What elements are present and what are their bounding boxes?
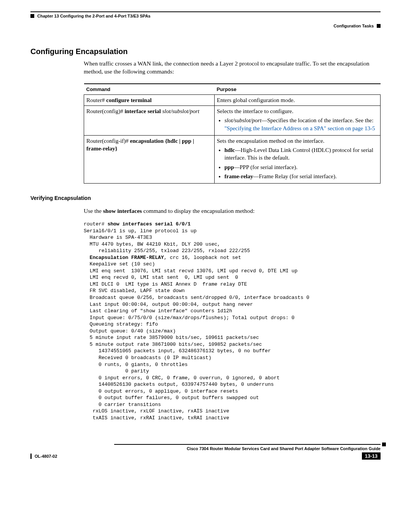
- purpose-cell: Sets the encapsulation method on the int…: [214, 135, 380, 183]
- footer-rule: [114, 444, 381, 445]
- cli-prompt: router#: [84, 221, 107, 227]
- cli-line: 14408526130 packets output, 633974757440…: [84, 382, 274, 387]
- cli-line: LMI enq sent 13076, LMI stat recvd 13076…: [84, 268, 298, 274]
- cmd-bold: configure terminal: [106, 97, 151, 103]
- cli-line: LMI DLCI 0 LMI type is ANSI Annex D fram…: [84, 281, 247, 287]
- table-row: Router(config)# interface serial slot/su…: [84, 106, 381, 136]
- page: Chapter 13 Configuring the 2-Port and 4-…: [0, 0, 411, 471]
- cli-line: 0 runts, 0 giants, 0 throttles: [84, 362, 188, 367]
- cli-encap-bold: Encapsulation FRAME-RELAY: [84, 255, 164, 260]
- cli-line: 5 minute output rate 38671000 bits/sec, …: [84, 342, 262, 347]
- purpose-cell: Selects the interface to configure. slot…: [214, 106, 380, 136]
- cli-line: Last clearing of "show interface" counte…: [84, 308, 232, 314]
- bullet-italic: slot/subslot/port: [225, 117, 262, 123]
- header-left: Chapter 13 Configuring the 2-Port and 4-…: [30, 14, 381, 18]
- cli-line: MTU 4470 bytes, BW 44210 Kbit, DLY 200 u…: [84, 241, 220, 247]
- list-item: frame-relay—Frame Relay (for serial inte…: [225, 173, 378, 180]
- list-item: slot/subslot/port—Specifies the location…: [225, 117, 378, 132]
- book-title: Cisco 7304 Router Modular Services Card …: [30, 446, 381, 451]
- section-heading: Configuring Encapsulation: [30, 47, 381, 56]
- th-purpose: Purpose: [214, 84, 380, 95]
- page-number: 13-13: [362, 452, 381, 460]
- footer-left: OL-4807-02: [30, 454, 57, 459]
- bullet-text: —PPP (for serial interface).: [234, 164, 298, 170]
- verify-bold: show interfaces: [103, 208, 142, 214]
- footer: Cisco 7304 Router Modular Services Card …: [30, 444, 381, 460]
- cmd-italic: slot/subslot/port: [161, 108, 199, 114]
- cmd-prefix: Router(config-if)#: [86, 138, 130, 144]
- footer-row: OL-4807-02 13-13: [30, 452, 381, 460]
- header-right: Configuration Tasks: [30, 24, 381, 28]
- bullet-text: —Specifies the location of the interface…: [261, 117, 373, 123]
- bullet-list: hdlc—High-Level Data Link Control (HDLC)…: [217, 146, 378, 180]
- cli-line: LMI enq recvd 0, LMI stat sent 0, LMI up…: [84, 275, 238, 280]
- bullet-bold: hdlc: [225, 147, 235, 153]
- list-item: hdlc—High-Level Data Link Control (HDLC)…: [225, 146, 378, 162]
- section-right-label: Configuration Tasks: [333, 24, 374, 28]
- table-row: Router(config-if)# encapsulation {hdlc |…: [84, 135, 381, 183]
- cli-line: 0 output errors, 0 applique, 0 interface…: [84, 388, 238, 394]
- chapter-label: Chapter 13 Configuring the 2-Port and 4-…: [37, 14, 150, 18]
- purpose-cell: Enters global configuration mode.: [214, 94, 380, 105]
- cmd-cell: Router(config-if)# encapsulation {hdlc |…: [84, 135, 215, 183]
- cmd-bold: encapsulation: [130, 138, 164, 144]
- intro-paragraph: When traffic crosses a WAN link, the con…: [84, 60, 381, 76]
- bullet-bold: frame-relay: [225, 173, 253, 179]
- cli-line: Input queue: 0/75/0/0 (size/max/drops/fl…: [84, 315, 295, 321]
- subheading: Verifying Encapsulation: [30, 195, 381, 201]
- header-row: Chapter 13 Configuring the 2-Port and 4-…: [30, 14, 381, 18]
- command-table: Command Purpose Router# configure termin…: [84, 83, 381, 184]
- cli-line: Broadcast queue 0/256, broadcasts sent/d…: [84, 295, 309, 300]
- cli-line: 0 parity: [84, 368, 149, 374]
- cli-line: rxLOS inactive, rxLOF inactive, rxAIS in…: [84, 408, 229, 414]
- cli-line: txAIS inactive, rxRAI inactive, txRAI in…: [84, 415, 229, 421]
- bullet-text: —Frame Relay (for serial interface).: [253, 173, 336, 179]
- cli-line: Last input 00:00:04, output 00:00:04, ou…: [84, 302, 253, 307]
- cli-output: router# show interfaces serial 6/0/1 Ser…: [84, 221, 381, 421]
- cmd-bold: interface serial: [124, 108, 161, 114]
- doc-id: OL-4807-02: [35, 454, 57, 459]
- verify-post: command to display the encapsulation met…: [142, 208, 255, 214]
- cli-encap-rest: , crc 16, loopback not set: [164, 255, 241, 260]
- list-item: ppp—PPP (for serial interface).: [225, 163, 378, 171]
- bullet-bold: ppp: [225, 164, 234, 170]
- header-rule: [30, 11, 381, 12]
- cmd-prefix: Router(config)#: [86, 108, 124, 114]
- footer-bar-icon: [30, 454, 32, 459]
- bullet-text: —High-Level Data Link Control (HDLC) pro…: [225, 147, 373, 161]
- cli-line: 0 input errors, 0 CRC, 0 frame, 0 overru…: [84, 375, 280, 381]
- verify-paragraph: Use the show interfaces command to displ…: [84, 207, 381, 215]
- table-header-row: Command Purpose: [84, 84, 381, 95]
- cli-line: 0 carrier transitions: [84, 402, 161, 407]
- cli-line: Received 0 broadcasts (0 IP multicast): [84, 355, 211, 361]
- cli-line: Serial6/0/1 is up, line protocol is up: [84, 228, 196, 234]
- cross-ref-link[interactable]: "Specifying the Interface Address on a S…: [225, 125, 375, 131]
- cli-line: Keepalive set (10 sec): [84, 261, 155, 267]
- cli-line: 14374551065 packets input, 632486376132 …: [84, 348, 271, 354]
- purpose-text: Sets the encapsulation method on the int…: [217, 138, 325, 144]
- purpose-text: Selects the interface to configure.: [217, 108, 293, 114]
- cli-line: reliability 255/255, txload 223/255, rxl…: [84, 248, 250, 254]
- bullet-list: slot/subslot/port—Specifies the location…: [217, 117, 378, 132]
- th-command: Command: [84, 84, 215, 95]
- square-bullet-icon: [382, 443, 386, 446]
- cli-line: Output queue: 0/40 (size/max): [84, 328, 176, 334]
- cli-line: 0 output buffer failures, 0 output buffe…: [84, 395, 259, 401]
- cmd-cell: Router# configure terminal: [84, 94, 215, 105]
- cmd-prefix: Router#: [86, 97, 106, 103]
- cmd-cell: Router(config)# interface serial slot/su…: [84, 106, 215, 136]
- cli-line: 5 minute input rate 38579000 bits/sec, 1…: [84, 335, 259, 340]
- cli-line: Queueing strategy: fifo: [84, 321, 158, 327]
- verify-pre: Use the: [84, 208, 103, 214]
- table-row: Router# configure terminal Enters global…: [84, 94, 381, 105]
- cli-line: Hardware is SPA-4T3E3: [84, 235, 152, 240]
- cli-command: show interfaces serial 6/0/1: [107, 221, 190, 227]
- square-bullet-icon: [30, 14, 34, 18]
- square-bullet-icon: [377, 24, 381, 28]
- cli-line: FR SVC disabled, LAPF state down: [84, 288, 185, 294]
